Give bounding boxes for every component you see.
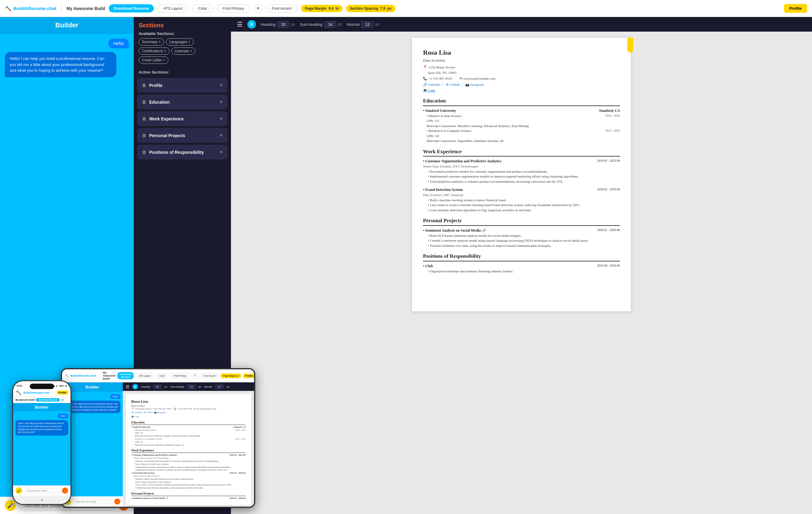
tablet-download-button[interactable]: Download Resume [117,372,134,379]
responsibility-title-text-1: • Club [423,263,433,269]
heading-input[interactable] [277,21,289,28]
resume-links: 🔗 LinkedIn | ⚙ GitHub | 📷 Instagram [423,82,620,87]
trash-icon[interactable]: 🗑 [142,83,146,88]
ats-layout-button[interactable]: ‹ ATS Layout › [157,5,189,12]
tablet-degree2: • Bachelor's in Computer Science 2012 - … [134,438,245,441]
degree1-row: • Master's in Data Science 2016 - 2018 [427,113,620,118]
tablet-subheading-input[interactable] [187,384,196,389]
resume-phone-email: 📞 +1-555-987-6543 ✉ rosa.lisa@example.co… [423,76,620,81]
chip-languages[interactable]: Languages + [166,38,194,46]
font-primary-button[interactable]: ‹ Font Primary › [217,5,250,12]
responsibility-entry-1: • Club 2015-08 - 2016-06 • Organized wor… [423,263,620,274]
linkedin-link[interactable]: 🔗 LinkedIn [423,82,440,87]
tablet-x-button[interactable]: ✕ [192,373,198,378]
responsibility-section-title: Positions of Responsibility [423,252,620,261]
chat-message-intro: Hello! I can help you build a profession… [5,52,116,77]
proj-bullet-1-1: • Built NLP-based sentiment analysis mod… [428,233,620,238]
tablet-typo-bar: ☰ B Heading px Sub-heading px Normal px [123,382,254,391]
mic-button[interactable]: 🎤 [5,500,16,511]
sections-header: Sections [134,17,231,31]
mobile-device: 9:41 ▲▲▲ WiFi ■ 🔨 BuildAResume.chat Prof… [12,380,71,505]
section-label-education: Education [149,100,170,105]
section-add-responsibility[interactable]: + [220,149,223,155]
font-accent-button[interactable]: ‹ Font Accent › [266,5,297,12]
tablet-font-button[interactable]: ‹ Font Primary › [170,374,190,378]
tablet-resume-links: 🔗 LinkedIn | ⚙ GitHub | 📷 Instagram [131,411,245,414]
address2-text: Suite 456, NY, 10001 [428,70,457,76]
section-add-profile[interactable]: + [220,82,223,88]
section-item-responsibility: 🗑 Positions of Responsibility + [137,145,227,159]
chip-summary[interactable]: Summary + [139,38,164,46]
tablet-resume-paper: Rosa Lisa Data Scientist 📍 1234 Maple Av… [126,394,251,505]
page-margin-button[interactable]: Page Margin 0.4 in [301,5,343,12]
close-font-button[interactable]: ✕ [254,4,262,13]
tablet-chat-input[interactable] [73,499,112,504]
section-add-projects[interactable]: + [220,132,223,139]
subheading-input[interactable] [324,21,337,28]
phone-chat-area: Hello! Hello! I can help you build a pro… [13,411,70,485]
tablet-normal-input[interactable] [215,384,224,389]
tablet-heading-unit: px [165,385,167,388]
tablet-project-name-1: • Sentiment Analysis on Social Media 🔗 [131,497,168,500]
tablet-ats-button[interactable]: ‹ ATS Layout › [136,374,154,378]
education-section-title: Education [423,97,620,106]
available-chips: Summary + Languages + Certifications + L… [134,38,231,67]
phone-send-button[interactable]: ↑ [62,488,68,494]
profile-button[interactable]: Profile [784,4,807,13]
phone-profile-button[interactable]: Profile [57,391,68,395]
tablet-color-button[interactable]: ‹ Color › [156,374,168,378]
phone-build-row: My Awesome Build Download Resume ‹A› [13,397,70,403]
color-button[interactable]: ‹ Color › [192,5,213,12]
section-label-projects: Personal Projects [149,133,185,138]
phone-mic-button[interactable]: 🎤 [16,487,22,494]
download-resume-button[interactable]: Download Resume [109,4,154,12]
work-bullet-1-3: • Used predictive analytics to enhance p… [428,179,620,184]
phone-toolbar-chevron: ‹A› [61,399,64,401]
trash-icon-education[interactable]: 🗑 [142,100,146,105]
phone-screen: 9:41 ▲▲▲ WiFi ■ 🔨 BuildAResume.chat Prof… [13,381,70,504]
tablet-accent-button[interactable]: ‹ Font Accent › [200,374,219,378]
tablet-school-name: • Stanford University [131,426,151,429]
tablet-chat-intro: Hello! I can help you build a profession… [64,401,120,413]
hamburger-button[interactable]: ☰ [237,21,242,28]
proj-bullet-1-2: • Created a sentiment analysis model usi… [428,238,620,243]
instagram-link[interactable]: 📷 Instagram [465,82,484,87]
tablet-send-button[interactable]: ↑ [114,498,120,505]
phone-chat-input[interactable] [24,488,60,493]
coursework1: Relevant Coursework: Machine Learning, A… [427,123,620,128]
tablet-margin-button[interactable]: Page Margin 0.4 [221,374,241,378]
normal-input[interactable] [361,21,374,28]
chip-cover-letter[interactable]: Cover Letter + [139,57,168,64]
trash-icon-work[interactable]: 🗑 [142,116,146,121]
gpa2: GPA: 3.8 [427,134,620,139]
project-entry-1: • Sentiment Analysis on Social Media 🔗 2… [423,228,620,248]
resume-title: Data Scientist [423,57,620,63]
tablet-coursework2: Relevant Coursework: Algorithms, Databas… [135,444,245,447]
section-add-work[interactable]: + [220,115,223,122]
tablet-work-bullet-2-1: Summary: Build a machine learning system… [135,478,245,481]
trash-icon-projects[interactable]: 🗑 [142,133,146,138]
years2: 2012 - 2016 [605,128,620,133]
tablet-profile-button[interactable]: Profile [243,374,254,378]
trash-icon-responsibility[interactable]: 🗑 [142,150,146,155]
tablet-input-bar: 🎤 ↑ [62,496,123,507]
tablet-hamburger[interactable]: ☰ [126,384,129,389]
page-margin-label: Page Margin [305,6,326,11]
chip-certifications[interactable]: Certifications + [139,48,170,55]
code-link[interactable]: 💻 Code [423,88,435,92]
section-label-work: Work Experience [149,116,183,121]
section-item-education: 🗑 Education + [137,95,227,109]
tablet-build-name: My Awesome Build [103,371,115,380]
tablet-heading-input[interactable] [153,384,162,389]
section-add-education[interactable]: + [220,99,223,105]
work-dates-1: 2019-05 - 2023-08 [597,159,620,164]
chip-licenses[interactable]: Licenses + [171,48,196,55]
active-sections-label: Active Sections: [134,67,231,77]
section-spacing-button[interactable]: Section Spacing 7.5 px [346,5,395,12]
github-link[interactable]: ⚙ GitHub [446,82,460,87]
phone-chat-intro: Hello! I can help you build a profession… [16,420,68,435]
phone-home-indicator: ∨ [13,496,70,504]
phone-download-button[interactable]: Download Resume [36,398,60,402]
color-label: Color [198,6,207,11]
tablet-work-dates-1: 2019-05 - 2023-08 [230,454,246,457]
